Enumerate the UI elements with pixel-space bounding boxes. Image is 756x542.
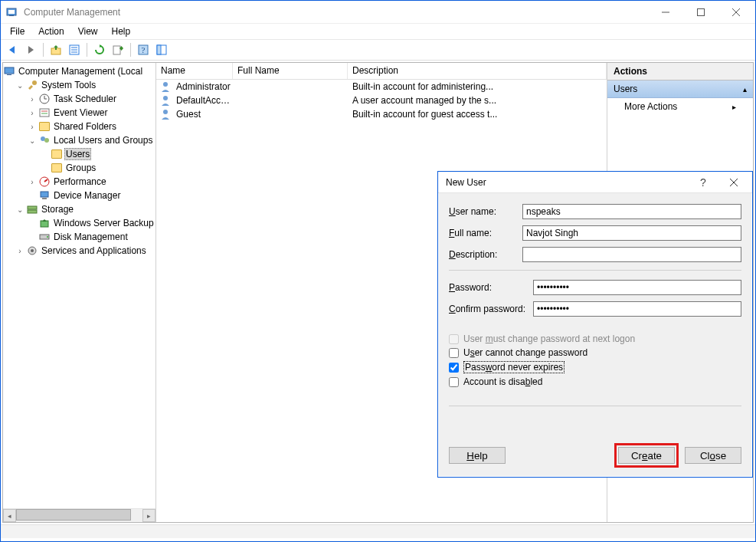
user-icon bbox=[159, 94, 172, 107]
svg-text:?: ? bbox=[142, 45, 146, 54]
svg-rect-2 bbox=[9, 15, 14, 16]
folder-icon bbox=[51, 148, 63, 160]
fullname-label: Full name: bbox=[449, 228, 522, 238]
confirm-password-field[interactable] bbox=[533, 301, 741, 317]
tree-system-tools[interactable]: ⌄ System Tools bbox=[3, 78, 155, 92]
scroll-thumb[interactable] bbox=[16, 509, 131, 521]
never-expires-checkbox[interactable] bbox=[449, 363, 459, 373]
refresh-button[interactable] bbox=[91, 41, 108, 58]
tree-horizontal-scrollbar[interactable]: ◂ ▸ bbox=[3, 508, 155, 522]
tree-ws-backup[interactable]: · Windows Server Backup bbox=[3, 216, 155, 230]
menu-action[interactable]: Action bbox=[32, 25, 70, 38]
svg-rect-31 bbox=[42, 198, 47, 199]
column-name[interactable]: Name bbox=[156, 63, 233, 79]
disabled-checkbox[interactable] bbox=[449, 377, 459, 387]
chevron-right-icon[interactable]: › bbox=[28, 108, 37, 117]
list-item[interactable]: DefaultAcco... A user account managed by… bbox=[156, 94, 607, 107]
chevron-down-icon[interactable]: ⌄ bbox=[15, 205, 25, 214]
dialog-title-bar: New User ? bbox=[438, 172, 752, 193]
actions-group-users[interactable]: Users ▴ bbox=[607, 80, 753, 98]
close-button[interactable]: Close bbox=[685, 447, 741, 464]
never-expires-row[interactable]: Password never expires bbox=[449, 361, 741, 373]
help-button[interactable]: Help bbox=[449, 447, 506, 464]
tree-root-label: Computer Management (Local bbox=[17, 66, 144, 77]
dialog-button-row: Help Create Close bbox=[449, 443, 741, 468]
clock-icon bbox=[38, 93, 51, 105]
close-button[interactable] bbox=[718, 1, 754, 24]
chevron-up-icon: ▴ bbox=[743, 85, 747, 94]
app-icon bbox=[5, 6, 18, 18]
folder-icon bbox=[51, 162, 63, 174]
cannot-change-checkbox[interactable] bbox=[449, 348, 459, 358]
password-field[interactable] bbox=[533, 280, 741, 295]
tree-services-apps[interactable]: › Services and Applications bbox=[3, 244, 155, 258]
services-icon bbox=[26, 245, 38, 257]
user-icon bbox=[159, 108, 172, 120]
minimize-button[interactable] bbox=[648, 1, 683, 24]
status-bar bbox=[1, 524, 755, 538]
tree-shared-folders[interactable]: › Shared Folders bbox=[3, 120, 155, 133]
fullname-field[interactable] bbox=[522, 225, 741, 241]
create-button[interactable]: Create bbox=[618, 447, 675, 464]
help-button[interactable]: ? bbox=[135, 41, 152, 58]
svg-rect-17 bbox=[5, 67, 14, 74]
chevron-right-icon[interactable]: › bbox=[28, 122, 37, 131]
tree-event-viewer[interactable]: › Event Viewer bbox=[3, 106, 155, 120]
maximize-button[interactable] bbox=[683, 1, 718, 24]
svg-point-36 bbox=[47, 236, 48, 238]
disabled-row[interactable]: Account is disabled bbox=[449, 376, 741, 387]
list-item[interactable]: Administrator Built-in account for admin… bbox=[156, 80, 607, 94]
users-groups-icon bbox=[38, 134, 51, 146]
svg-rect-12 bbox=[113, 46, 120, 54]
back-button[interactable] bbox=[4, 41, 21, 58]
list-header: Name Full Name Description bbox=[156, 63, 607, 80]
svg-rect-34 bbox=[41, 221, 48, 227]
dialog-body: User name: Full name: Description: Passw… bbox=[438, 193, 752, 423]
column-fullname[interactable]: Full Name bbox=[233, 63, 348, 79]
tree-root[interactable]: Computer Management (Local bbox=[3, 64, 155, 78]
dialog-close-button[interactable] bbox=[718, 172, 749, 193]
tree-task-scheduler[interactable]: › Task Scheduler bbox=[3, 92, 155, 106]
scroll-right-button[interactable]: ▸ bbox=[142, 509, 155, 522]
chevron-right-icon[interactable]: › bbox=[28, 177, 37, 186]
export-button[interactable] bbox=[110, 41, 126, 58]
tree-disk-management[interactable]: · Disk Management bbox=[3, 230, 155, 244]
chevron-down-icon[interactable]: ⌄ bbox=[28, 136, 37, 145]
svg-point-27 bbox=[44, 138, 49, 143]
column-description[interactable]: Description bbox=[348, 63, 607, 79]
forward-button[interactable] bbox=[22, 41, 39, 58]
up-level-button[interactable] bbox=[47, 41, 64, 58]
tree-users[interactable]: · Users bbox=[3, 147, 155, 161]
show-hide-button[interactable] bbox=[153, 41, 170, 58]
tree-groups[interactable]: · Groups bbox=[3, 161, 155, 175]
tree-local-users-groups[interactable]: ⌄ Local Users and Groups bbox=[3, 133, 155, 147]
toolbar: ? bbox=[1, 39, 755, 61]
must-change-checkbox bbox=[449, 334, 459, 344]
navigation-tree[interactable]: Computer Management (Local ⌄ System Tool… bbox=[3, 63, 155, 508]
description-field[interactable] bbox=[522, 247, 741, 262]
actions-more[interactable]: More Actions ▸ bbox=[607, 98, 753, 115]
scroll-track[interactable] bbox=[16, 509, 142, 522]
username-field[interactable] bbox=[522, 204, 741, 219]
tree-performance[interactable]: › Performance bbox=[3, 175, 155, 189]
chevron-right-icon[interactable]: › bbox=[15, 246, 25, 255]
list-item[interactable]: Guest Built-in account for guest access … bbox=[156, 107, 607, 121]
disk-icon bbox=[38, 231, 51, 243]
menu-file[interactable]: File bbox=[4, 25, 31, 38]
svg-point-41 bbox=[163, 110, 168, 114]
menu-help[interactable]: Help bbox=[106, 25, 137, 38]
svg-rect-18 bbox=[7, 74, 11, 75]
properties-button[interactable] bbox=[66, 41, 83, 58]
scroll-left-button[interactable]: ◂ bbox=[3, 509, 16, 522]
cannot-change-row[interactable]: User cannot change password bbox=[449, 347, 741, 358]
dialog-help-button[interactable]: ? bbox=[688, 172, 718, 193]
svg-rect-33 bbox=[28, 210, 37, 213]
menu-bar: File Action View Help bbox=[1, 24, 755, 39]
tree-storage[interactable]: ⌄ Storage bbox=[3, 202, 155, 216]
tree-device-manager[interactable]: · Device Manager bbox=[3, 189, 155, 202]
chevron-down-icon[interactable]: ⌄ bbox=[15, 80, 25, 90]
chevron-right-icon[interactable]: › bbox=[28, 94, 37, 103]
menu-view[interactable]: View bbox=[72, 25, 104, 38]
window-title: Computer Management bbox=[24, 7, 120, 18]
svg-point-40 bbox=[163, 96, 168, 100]
